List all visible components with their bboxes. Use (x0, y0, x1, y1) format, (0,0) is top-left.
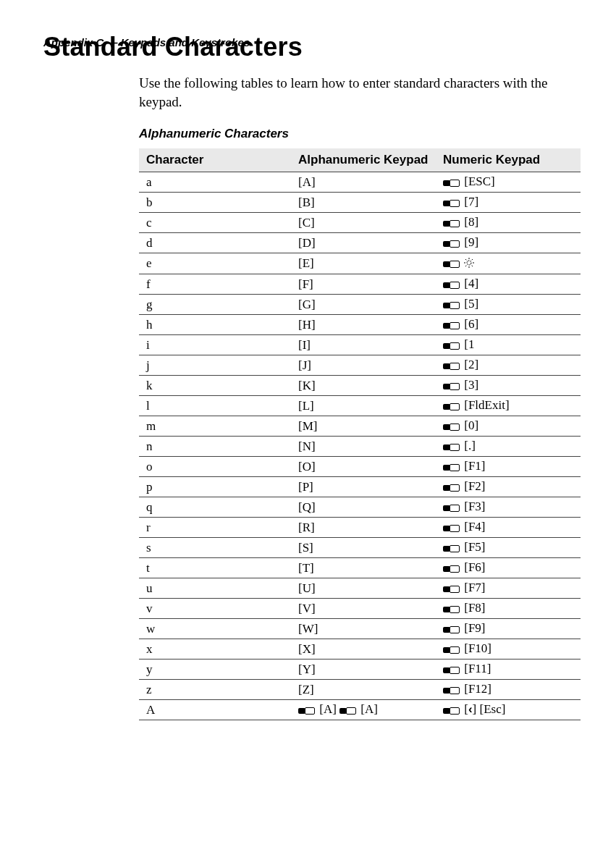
modifier-key-icon (443, 622, 460, 636)
cell-character: w (139, 619, 291, 639)
svg-line-6 (472, 266, 473, 266)
modifier-key-icon (443, 338, 460, 353)
cell-numeric: [F8] (436, 599, 581, 619)
table-row: p[P] [F2] (139, 477, 581, 497)
cell-alpha: [Q] (291, 497, 436, 518)
numeric-text: [5] (464, 297, 478, 311)
cell-alpha: [M] (291, 416, 436, 437)
modifier-key-icon (443, 439, 460, 454)
cell-character: r (139, 518, 291, 538)
cell-alpha: [F] (291, 274, 436, 295)
col-numeric: Numeric Keypad (436, 148, 581, 172)
table-row: j[J] [2] (139, 355, 581, 376)
table-row: k[K] [3] (139, 376, 581, 396)
modifier-key-icon (443, 460, 460, 474)
modifier-key-icon (443, 642, 460, 657)
cell-numeric: [F9] (436, 619, 581, 639)
cell-numeric: [4] (436, 274, 581, 295)
cell-alpha: [V] (291, 599, 436, 619)
table-row: A [A] [A] [‹] [Esc] (139, 700, 581, 720)
numeric-text: [7] (464, 195, 478, 208)
cell-character: k (139, 376, 291, 396)
table-row: u[U] [F7] (139, 578, 581, 599)
cell-alpha: [L] (291, 396, 436, 416)
svg-point-0 (467, 261, 471, 265)
cell-numeric: [‹] [Esc] (436, 700, 581, 720)
cell-character: i (139, 335, 291, 355)
numeric-text: [2] (464, 358, 478, 371)
modifier-key-icon (443, 683, 460, 697)
cell-numeric: [ESC] (436, 172, 581, 193)
cell-numeric: [F4] (436, 518, 581, 538)
numeric-text: [Esc] (480, 702, 506, 716)
modifier-key-icon (443, 399, 460, 413)
cell-numeric: [F1] (436, 457, 581, 477)
numeric-text: [F12] (464, 682, 491, 696)
backlight-icon (464, 257, 474, 271)
numeric-text: [ESC] (464, 174, 495, 188)
numeric-text: [F2] (464, 479, 485, 493)
table-row: z[Z] [F12] (139, 680, 581, 700)
cell-alpha: [T] (291, 558, 436, 578)
table-row: b[B] [7] (139, 193, 581, 213)
modifier-key-icon (443, 216, 460, 230)
cell-alpha: [R] (291, 518, 436, 538)
cell-character: z (139, 680, 291, 700)
cell-numeric: [F12] (436, 680, 581, 700)
col-alpha: Alphanumeric Keypad (291, 148, 436, 172)
numeric-text: [F7] (464, 581, 485, 594)
table-row: m[M] [0] (139, 416, 581, 437)
cell-numeric: [F2] (436, 477, 581, 497)
cell-alpha: [H] (291, 315, 436, 335)
cell-character: d (139, 233, 291, 253)
cell-numeric: [F11] (436, 660, 581, 680)
modifier-key-icon (443, 318, 460, 332)
cell-numeric: [8] (436, 213, 581, 233)
modifier-key-icon (443, 256, 460, 271)
modifier-key-icon (443, 703, 460, 717)
numeric-text: [3] (464, 378, 478, 392)
cell-character: p (139, 477, 291, 497)
cell-character: f (139, 274, 291, 295)
cell-alpha: [Y] (291, 660, 436, 680)
cell-alpha: [D] (291, 233, 436, 253)
modifier-key-icon (443, 521, 460, 535)
cell-alpha: [J] (291, 355, 436, 376)
table-row: y[Y] [F11] (139, 660, 581, 680)
cell-alpha: [U] (291, 578, 436, 599)
cell-numeric: [.] (436, 437, 581, 457)
cell-numeric: [2] (436, 355, 581, 376)
cell-character: q (139, 497, 291, 518)
numeric-text: [F8] (464, 601, 485, 615)
cell-character: b (139, 193, 291, 213)
cell-character: o (139, 457, 291, 477)
numeric-text: [F4] (464, 520, 485, 534)
cell-character: y (139, 660, 291, 680)
cell-numeric: [F5] (436, 538, 581, 558)
cell-alpha: [A] [A] (291, 700, 436, 720)
modifier-key-icon (443, 175, 460, 190)
modifier-key-icon (443, 298, 460, 312)
table-row: q[Q] [F3] (139, 497, 581, 518)
cell-character: a (139, 172, 291, 193)
cell-character: s (139, 538, 291, 558)
cell-character: j (139, 355, 291, 376)
cell-numeric: [0] (436, 416, 581, 437)
modifier-key-icon (443, 379, 460, 393)
table-row: o[O] [F1] (139, 457, 581, 477)
col-character: Character (139, 148, 291, 172)
numeric-text: [F11] (464, 662, 491, 675)
cell-character: e (139, 253, 291, 274)
cell-alpha: [W] (291, 619, 436, 639)
numeric-text: [9] (464, 235, 478, 249)
cell-character: g (139, 295, 291, 315)
cell-alpha: [A] (291, 172, 436, 193)
table-row: x[X] [F10] (139, 639, 581, 660)
table-row: n[N] [.] (139, 437, 581, 457)
numeric-text: [F10] (464, 641, 491, 655)
intro-paragraph: Use the following tables to learn how to… (139, 74, 558, 111)
cell-character: m (139, 416, 291, 437)
cell-character: x (139, 639, 291, 660)
alpha-text: [A] (319, 702, 337, 716)
svg-line-8 (472, 259, 473, 260)
